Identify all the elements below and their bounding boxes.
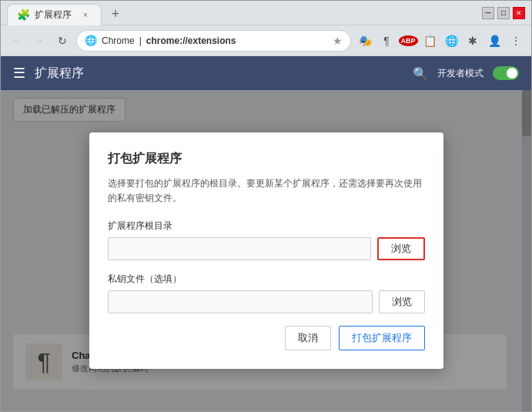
tab-close-button[interactable]: ×: [79, 8, 92, 21]
private-key-input[interactable]: [108, 290, 373, 313]
extension-icon-4[interactable]: 🌐: [442, 32, 460, 50]
dialog-description: 选择要打包的扩展程序的根目录。要更新某个扩展程序，还需选择要再次使用的私有密钥文…: [108, 176, 425, 206]
tab-title: 扩展程序: [35, 8, 72, 22]
search-icon[interactable]: 🔍: [413, 66, 428, 81]
tab-favicon: 🧩: [17, 8, 30, 21]
url-path: chrome://extensions: [146, 35, 236, 46]
menu-icon[interactable]: ⋮: [507, 32, 525, 50]
toggle-thumb: [507, 68, 517, 79]
page-content: 加载已解压的扩展程序 ¶ Charset 0.5.4 修改网站的默认编码 打包扩…: [1, 90, 531, 411]
pack-extension-dialog: 打包扩展程序 选择要打包的扩展程序的根目录。要更新某个扩展程序，还需选择要再次使…: [89, 132, 443, 369]
new-tab-button[interactable]: +: [105, 4, 126, 25]
browse-key-button[interactable]: 浏览: [379, 290, 425, 313]
modal-overlay: 打包扩展程序 选择要打包的扩展程序的根目录。要更新某个扩展程序，还需选择要再次使…: [1, 90, 531, 411]
dev-mode-toggle[interactable]: [493, 66, 519, 80]
browse-root-button[interactable]: 浏览: [377, 237, 425, 260]
back-button[interactable]: ←: [7, 32, 25, 50]
window-controls: ─ □ ✕: [482, 7, 525, 19]
extension-icon-3[interactable]: 📋: [420, 32, 439, 50]
url-chrome-icon: 🌐: [85, 35, 97, 46]
dialog-footer: 取消 打包扩展程序: [108, 326, 425, 350]
minimize-button[interactable]: ─: [482, 7, 494, 19]
refresh-button[interactable]: ↻: [53, 32, 72, 50]
extensions-menu-icon[interactable]: ✱: [463, 32, 482, 50]
root-dir-label: 扩展程序根目录: [108, 219, 425, 233]
maximize-button[interactable]: □: [497, 7, 510, 19]
dialog-title: 打包扩展程序: [108, 151, 425, 167]
root-dir-input[interactable]: [108, 237, 371, 260]
tab-strip: 🧩 扩展程序 × +: [7, 1, 482, 25]
url-chrome-label: Chrome: [102, 35, 135, 46]
extensions-page-title: 扩展程序: [35, 65, 403, 82]
private-key-row: 浏览: [108, 290, 425, 313]
bookmark-icon[interactable]: ★: [333, 35, 343, 47]
extension-icon-2[interactable]: ¶: [377, 32, 396, 50]
profile-icon[interactable]: 👤: [485, 32, 504, 50]
url-bar[interactable]: 🌐 Chrome | chrome://extensions ★: [76, 30, 351, 52]
title-bar: 🧩 扩展程序 × + ─ □ ✕: [1, 1, 531, 25]
active-tab[interactable]: 🧩 扩展程序 ×: [7, 4, 102, 25]
extensions-header: ☰ 扩展程序 🔍 开发者模式: [1, 56, 531, 90]
pack-button[interactable]: 打包扩展程序: [339, 326, 425, 350]
extension-icon-1[interactable]: 🎭: [356, 32, 374, 50]
extension-icon-abp[interactable]: ABP: [399, 32, 417, 50]
url-separator: |: [139, 35, 142, 46]
close-button[interactable]: ✕: [513, 7, 525, 19]
toolbar-icons: 🎭 ¶ ABP 📋 🌐 ✱ 👤 ⋮: [356, 32, 525, 50]
private-key-label: 私钥文件（选填）: [108, 273, 425, 286]
address-bar: ← → ↻ 🌐 Chrome | chrome://extensions ★ 🎭…: [1, 25, 531, 56]
dev-mode-label: 开发者模式: [437, 67, 483, 80]
root-dir-row: 浏览: [108, 237, 425, 260]
hamburger-menu-icon[interactable]: ☰: [13, 65, 25, 82]
window-frame: 🧩 扩展程序 × + ─ □ ✕ ← → ↻ 🌐 Chrome | chrome…: [0, 0, 532, 412]
forward-button[interactable]: →: [30, 32, 49, 50]
cancel-button[interactable]: 取消: [285, 326, 331, 350]
